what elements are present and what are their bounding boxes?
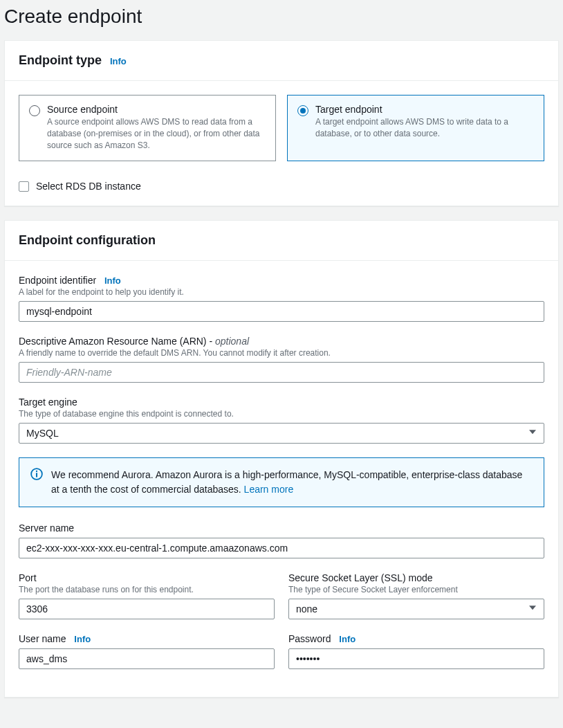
- ssl-select[interactable]: [288, 599, 544, 619]
- engine-label: Target engine: [19, 397, 544, 408]
- source-endpoint-radio-card[interactable]: Source endpoint A source endpoint allows…: [19, 95, 276, 161]
- source-endpoint-title: Source endpoint: [47, 104, 266, 115]
- engine-select[interactable]: [19, 423, 544, 444]
- endpoint-type-info-link[interactable]: Info: [110, 56, 127, 66]
- info-icon: [30, 468, 43, 480]
- source-endpoint-desc: A source endpoint allows AWS DMS to read…: [47, 116, 266, 151]
- port-hint: The port the database runs on for this e…: [19, 585, 275, 594]
- endpoint-type-panel: Endpoint type Info Source endpoint A sou…: [4, 40, 559, 206]
- server-label: Server name: [19, 522, 544, 534]
- engine-hint: The type of database engine this endpoin…: [19, 409, 544, 419]
- username-info-link[interactable]: Info: [74, 634, 91, 644]
- port-input[interactable]: [19, 599, 275, 619]
- password-label: Password: [288, 633, 331, 644]
- target-endpoint-desc: A target endpoint allows AWS DMS to writ…: [315, 116, 534, 140]
- select-rds-label: Select RDS DB instance: [36, 181, 141, 192]
- arn-input[interactable]: [19, 362, 544, 383]
- radio-icon: [29, 105, 40, 116]
- username-input[interactable]: [19, 648, 275, 669]
- ssl-hint: The type of Secure Socket Layer enforcem…: [288, 585, 544, 594]
- ssl-label: Secure Socket Layer (SSL) mode: [288, 572, 544, 583]
- password-info-link[interactable]: Info: [339, 634, 356, 644]
- select-rds-checkbox[interactable]: [19, 181, 29, 192]
- aurora-info-box: We recommend Aurora. Amazon Aurora is a …: [19, 457, 544, 507]
- endpoint-config-panel: Endpoint configuration Endpoint identifi…: [4, 220, 559, 698]
- arn-optional: optional: [215, 336, 249, 347]
- identifier-hint: A label for the endpoint to help you ide…: [19, 287, 544, 297]
- password-input[interactable]: [288, 648, 544, 669]
- identifier-input[interactable]: [19, 301, 544, 322]
- port-label: Port: [19, 572, 275, 583]
- target-endpoint-radio-card[interactable]: Target endpoint A target endpoint allows…: [287, 95, 544, 161]
- username-label: User name: [19, 633, 66, 644]
- svg-rect-1: [36, 473, 37, 477]
- endpoint-config-heading: Endpoint configuration: [19, 233, 156, 247]
- aurora-learn-more-link[interactable]: Learn more: [244, 484, 294, 495]
- arn-label: Descriptive Amazon Resource Name (ARN) -: [19, 336, 215, 347]
- page-title: Create endpoint: [0, 0, 563, 40]
- arn-hint: A friendly name to override the default …: [19, 348, 544, 358]
- server-input[interactable]: [19, 538, 544, 558]
- identifier-label: Endpoint identifier: [19, 275, 96, 286]
- radio-icon: [297, 105, 308, 116]
- endpoint-type-heading: Endpoint type: [19, 53, 102, 67]
- target-endpoint-title: Target endpoint: [315, 104, 534, 115]
- identifier-info-link[interactable]: Info: [104, 275, 121, 286]
- svg-rect-2: [36, 471, 37, 472]
